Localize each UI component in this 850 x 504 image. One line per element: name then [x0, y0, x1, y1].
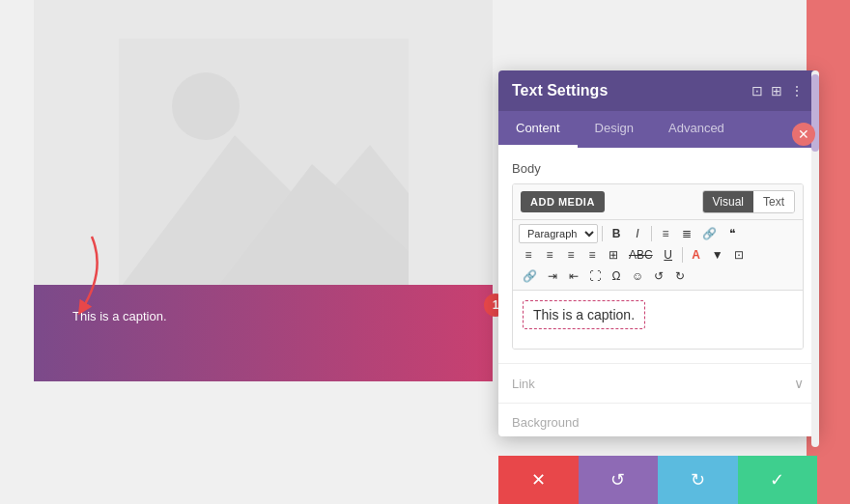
undo-button[interactable]: ↺ — [579, 456, 659, 504]
format-row-2: ≡ ≡ ≡ ≡ ⊞ ABC U A ▼ ⊡ — [519, 245, 797, 265]
text-color-button[interactable]: A — [687, 245, 706, 265]
divider-3 — [682, 247, 683, 263]
view-toggle: Visual Text — [702, 190, 795, 213]
divider-2 — [651, 226, 652, 241]
editor-content-area[interactable]: This is a caption. — [513, 291, 803, 349]
background-section-partial: Background — [498, 403, 817, 436]
quote-button[interactable]: ❝ — [722, 224, 742, 243]
action-bar: ✕ ↺ ↻ ✓ — [498, 456, 817, 504]
undo-editor-button[interactable]: ↺ — [649, 266, 668, 286]
link-section: Link ∨ — [498, 363, 817, 403]
italic-button[interactable]: I — [628, 224, 647, 243]
tab-content[interactable]: Content — [498, 111, 578, 148]
background-label: Background — [512, 415, 579, 430]
tab-design[interactable]: Design — [578, 111, 651, 148]
format-row-1: Paragraph Heading 1 Heading 2 B I ≡ ≣ 🔗 … — [519, 224, 797, 243]
omega-button[interactable]: Ω — [607, 266, 626, 286]
add-media-button[interactable]: ADD MEDIA — [521, 191, 605, 212]
link-row[interactable]: Link ∨ — [512, 376, 804, 391]
link2-button[interactable]: 🔗 — [519, 266, 541, 286]
panel-title: Text Settings — [512, 82, 608, 99]
panel-tabs: Content Design Advanced — [498, 111, 817, 148]
editor-container: ADD MEDIA Visual Text Paragraph Heading … — [512, 183, 804, 350]
indent-button[interactable]: ⇥ — [543, 266, 562, 286]
bold-button[interactable]: B — [607, 224, 626, 243]
panel-body: Body ADD MEDIA Visual Text Paragraph Hea… — [498, 148, 817, 363]
svg-point-1 — [172, 72, 240, 140]
panel-close-button[interactable]: ✕ — [792, 123, 815, 146]
body-section-label: Body — [512, 161, 804, 176]
align-center-button[interactable]: ≡ — [540, 245, 559, 265]
align-left-button[interactable]: ≡ — [519, 245, 538, 265]
columns-icon[interactable]: ⊞ — [771, 83, 782, 98]
save-button[interactable]: ✓ — [738, 456, 818, 504]
more-colors-button[interactable]: ▼ — [708, 245, 727, 265]
panel-header: Text Settings ⊡ ⊞ ⋮ — [498, 70, 817, 111]
outdent-button[interactable]: ⇤ — [564, 266, 583, 286]
link-button[interactable]: 🔗 — [698, 224, 721, 243]
unordered-list-button[interactable]: ≡ — [656, 224, 675, 243]
tab-advanced[interactable]: Advanced — [651, 111, 742, 148]
settings-panel: Text Settings ⊡ ⊞ ⋮ Content Design Advan… — [498, 70, 817, 436]
redo-editor-button[interactable]: ↻ — [670, 266, 690, 286]
special-char-button[interactable]: ⊡ — [729, 245, 749, 265]
caption-text-box[interactable]: This is a caption. — [523, 300, 645, 329]
underline-button[interactable]: U — [659, 245, 678, 265]
align-right-button[interactable]: ≡ — [561, 245, 581, 265]
cancel-button[interactable]: ✕ — [498, 456, 579, 504]
more-icon[interactable]: ⋮ — [790, 83, 804, 98]
strikethrough-button[interactable]: ABC — [625, 245, 657, 265]
paragraph-select[interactable]: Paragraph Heading 1 Heading 2 — [519, 224, 598, 243]
justify-button[interactable]: ≡ — [582, 245, 602, 265]
format-toolbar: Paragraph Heading 1 Heading 2 B I ≡ ≣ 🔗 … — [513, 220, 803, 291]
text-view-button[interactable]: Text — [753, 191, 794, 212]
link-chevron-icon: ∨ — [794, 376, 804, 391]
emoji-button[interactable]: ☺ — [628, 266, 647, 286]
link-label: Link — [512, 377, 535, 391]
redo-button[interactable]: ↻ — [658, 456, 738, 504]
table-button[interactable]: ⊞ — [604, 245, 623, 265]
divider-1 — [602, 226, 603, 241]
visual-view-button[interactable]: Visual — [703, 191, 753, 212]
fullscreen-button[interactable]: ⛶ — [585, 266, 605, 286]
panel-header-icons: ⊡ ⊞ ⋮ — [751, 83, 804, 98]
arrow-annotation — [53, 232, 111, 319]
ordered-list-button[interactable]: ≣ — [677, 224, 696, 243]
format-row-3: 🔗 ⇥ ⇤ ⛶ Ω ☺ ↺ ↻ — [519, 266, 797, 286]
resize-icon[interactable]: ⊡ — [751, 83, 763, 98]
editor-top-bar: ADD MEDIA Visual Text — [513, 184, 803, 220]
